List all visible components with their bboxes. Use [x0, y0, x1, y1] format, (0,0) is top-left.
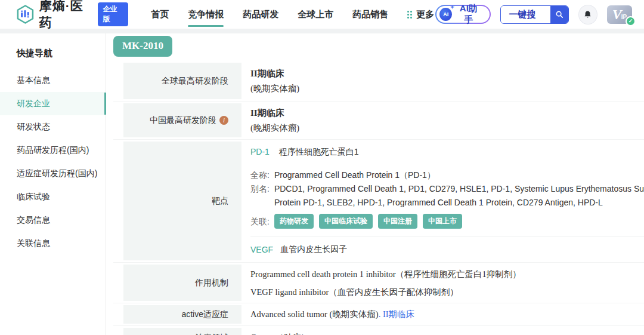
row-label: 作用机制 — [123, 265, 242, 301]
alias-line-2: Protein PD-1, SLEB2, HPD-1, Programmed C… — [274, 196, 644, 210]
sidebar-item-related-info[interactable]: 关联信息 — [0, 232, 106, 255]
nav-item-competitive-intel[interactable]: 竞争情报 — [187, 0, 225, 29]
phase-value: II期临床 — [250, 106, 644, 121]
drug-info-table: 全球最高研发阶段 II期临床 (晚期实体瘤) 中国最高研发阶段 i II期临床 … — [113, 61, 644, 335]
vip-check-icon: ✓ — [626, 16, 636, 26]
links-key: 关联: — [250, 215, 270, 228]
indication-text: Advanced solid tumor (晚期实体瘤) — [250, 309, 379, 319]
sidebar-item-rd-status[interactable]: 研发状态 — [0, 115, 106, 139]
target-primary-head: PD-1 程序性细胞死亡蛋白1 — [250, 147, 644, 158]
therapy-area-text: Cancer（肿瘤） — [250, 332, 644, 335]
quick-nav-sidebar: 快捷导航 基本信息 研发企业 研发状态 药品研发历程(国内) 适应症研发历程(国… — [0, 33, 106, 335]
target-name: 程序性细胞死亡蛋白1 — [279, 147, 359, 156]
sidebar-item-drug-rd-history[interactable]: 药品研发历程(国内) — [0, 139, 106, 162]
target-code-link[interactable]: PD-1 — [250, 147, 270, 156]
quick-search-button[interactable]: 一键搜索 — [500, 5, 569, 24]
navbar-right: AI AI助手 一键搜索 V IP ✓ — [435, 5, 632, 24]
row-label: 中国最高研发阶段 i — [123, 103, 242, 137]
link-tag-drug-rd[interactable]: 药物研发 — [274, 214, 314, 229]
bell-icon — [583, 10, 592, 19]
target-full-name-line: 全称: Programmed Cell Death Protein 1（PD-1… — [250, 168, 644, 182]
row-label: 治疗领域 — [123, 328, 242, 335]
drug-name-tag: MK-2010 — [113, 36, 172, 57]
alias-value: PDCD1, Programmed Cell Death 1, PD1, CD2… — [274, 182, 644, 210]
target-links-line: 关联: 药物研发 中国临床试验 中国注册 中国上市 — [250, 214, 644, 229]
ai-assistant-button[interactable]: AI AI助手 — [435, 5, 491, 24]
row-target: 靶点 PD-1 程序性细胞死亡蛋白1 全称: Programmed Cell D… — [113, 140, 644, 263]
edition-badge: 企业版 — [98, 2, 128, 26]
vip-v-glyph: V — [612, 7, 622, 21]
nav-more-label: 更多 — [416, 0, 434, 29]
sidebar-title: 快捷导航 — [0, 44, 106, 69]
link-tag-china-listed[interactable]: 中国上市 — [423, 214, 462, 229]
sidebar-item-clinical-trials[interactable]: 临床试验 — [0, 185, 106, 208]
alias-line-1: PDCD1, Programmed Cell Death 1, PD1, CD2… — [274, 182, 644, 196]
info-icon[interactable]: i — [219, 116, 228, 125]
alias-key: 别名: — [250, 182, 270, 210]
row-label-text: 中国最高研发阶段 — [150, 115, 216, 126]
notification-bell-button[interactable] — [578, 5, 597, 24]
indication-separator: . — [379, 309, 381, 319]
phase-note: (晚期实体瘤) — [250, 81, 644, 96]
row-china-highest-phase: 中国最高研发阶段 i II期临床 (晚期实体瘤) — [113, 102, 644, 140]
full-name-key: 全称: — [250, 168, 270, 182]
link-tag-china-registration[interactable]: 中国注册 — [378, 214, 417, 229]
row-therapy-area: 治疗领域 Cancer（肿瘤） — [113, 326, 644, 335]
search-icon — [555, 10, 564, 19]
phase-value: II期临床 — [250, 66, 644, 81]
row-value: II期临床 (晚期实体瘤) — [242, 61, 644, 101]
sidebar-item-basic-info[interactable]: 基本信息 — [0, 69, 106, 92]
row-label: 靶点 — [123, 142, 242, 260]
row-value: II期临床 (晚期实体瘤) — [242, 102, 644, 139]
grid-dots-icon — [407, 11, 409, 13]
ai-logo-icon: AI — [439, 8, 452, 21]
nav-item-more[interactable]: 更多 — [406, 0, 435, 29]
row-label: 全球最高研发阶段 — [123, 63, 242, 99]
target-name: 血管内皮生长因子 — [280, 244, 347, 255]
full-name-value: Programmed Cell Death Protein 1（PD-1） — [274, 168, 435, 182]
link-tag-china-clinical-trials[interactable]: 中国临床试验 — [319, 214, 373, 229]
row-value: Cancer（肿瘤） — [242, 326, 644, 335]
indication-line: Advanced solid tumor (晚期实体瘤). II期临床 — [250, 309, 644, 320]
search-iconbox[interactable] — [550, 6, 568, 23]
sidebar-item-rd-companies[interactable]: 研发企业 — [0, 92, 106, 115]
row-label: active适应症 — [123, 305, 242, 324]
nav-item-home[interactable]: 首页 — [150, 0, 170, 29]
target-secondary-head: VEGF 血管内皮生长因子 — [250, 237, 644, 262]
nav-item-global-listed[interactable]: 全球上市 — [296, 0, 335, 29]
vip-badge[interactable]: V IP ✓ — [607, 5, 632, 24]
top-navbar: 摩熵·医药 企业版 首页 竞争情报 药品研发 全球上市 药品销售 更多 AI A… — [0, 0, 644, 29]
quick-search-label: 一键搜索 — [501, 6, 550, 23]
row-value: Programmed cell death protein 1 inhibito… — [242, 263, 644, 303]
row-value: Advanced solid tumor (晚期实体瘤). II期临床 — [242, 303, 644, 325]
drug-detail-content: MK-2010 全球最高研发阶段 II期临床 (晚期实体瘤) 中国最高研发阶段 … — [106, 33, 644, 335]
indication-phase-link[interactable]: II期临床 — [383, 309, 414, 319]
target-alias-line: 别名: PDCD1, Programmed Cell Death 1, PD1,… — [250, 182, 644, 210]
sidebar-item-deals[interactable]: 交易信息 — [0, 208, 106, 232]
ai-assistant-label: AI助手 — [456, 3, 481, 26]
mechanism-line-1: Programmed cell death protein 1 inhibito… — [250, 265, 644, 283]
row-global-highest-phase: 全球最高研发阶段 II期临床 (晚期实体瘤) — [113, 61, 644, 102]
nav-item-drug-rd[interactable]: 药品研发 — [242, 0, 280, 29]
row-active-indication: active适应症 Advanced solid tumor (晚期实体瘤). … — [113, 303, 644, 326]
logo-hexagon-icon — [16, 4, 35, 24]
app-logo[interactable]: 摩熵·医药 企业版 — [16, 0, 128, 31]
phase-note: (晚期实体瘤) — [250, 121, 644, 136]
row-value: PD-1 程序性细胞死亡蛋白1 全称: Programmed Cell Deat… — [242, 140, 644, 262]
sidebar-item-indication-rd-history[interactable]: 适应症研发历程(国内) — [0, 162, 106, 185]
nav-item-drug-sales[interactable]: 药品销售 — [351, 0, 389, 29]
mechanism-line-2: VEGF ligand inhibitor（血管内皮生长因子配体抑制剂） — [250, 283, 644, 301]
logo-text: 摩熵·医药 — [39, 0, 95, 31]
target-code-link[interactable]: VEGF — [250, 245, 273, 254]
row-mechanism: 作用机制 Programmed cell death protein 1 inh… — [113, 263, 644, 303]
main-nav: 首页 竞争情报 药品研发 全球上市 药品销售 更多 — [150, 0, 435, 29]
